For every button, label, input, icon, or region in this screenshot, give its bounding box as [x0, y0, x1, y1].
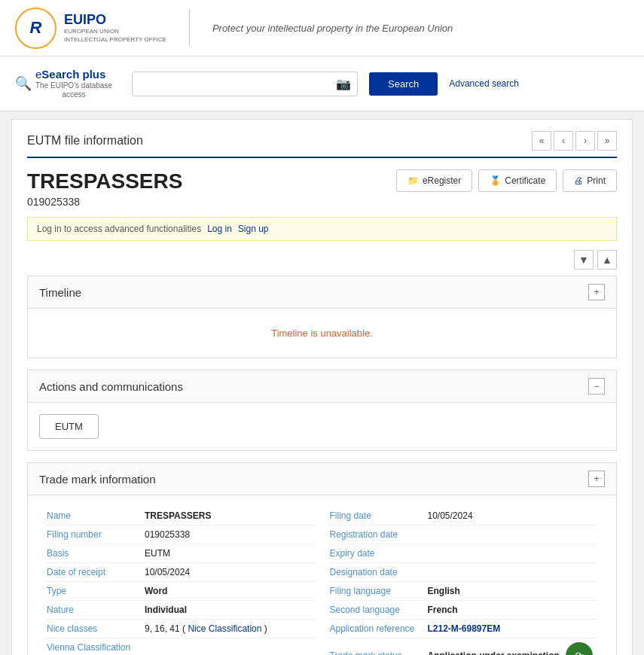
nav-prev-button[interactable]: ‹ [554, 131, 573, 151]
tm-value-type: Word [145, 586, 167, 596]
tm-value-app-reference: L212-M-69897EM [428, 623, 501, 634]
tm-value-filing-number: 019025338 [145, 529, 190, 540]
search-button[interactable]: Search [369, 72, 438, 96]
status-icon: ⟳ [566, 642, 593, 655]
header-tagline: Protect your intellectual property in th… [212, 23, 453, 34]
tm-row-registration-date: Registration date [330, 526, 598, 544]
search-input[interactable] [133, 72, 330, 96]
trademark-identity: TRESPASSERS 019025338 [27, 169, 182, 208]
nav-next-button[interactable]: › [575, 131, 595, 151]
tm-row-status: Trade mark status Application under exam… [330, 638, 598, 655]
advanced-search-link[interactable]: Advanced search [449, 78, 519, 89]
tm-row-designation-date: Designation date [330, 563, 598, 582]
tm-value-filing-language: English [428, 586, 460, 596]
tm-label-date-receipt: Date of receipt [47, 567, 145, 577]
tm-row-second-language: Second language French [330, 601, 598, 620]
login-notice-text: Log in to access advanced functionalitie… [37, 224, 201, 234]
timeline-title: Timeline [39, 286, 81, 299]
expand-all-button[interactable]: ▲ [597, 250, 617, 270]
search-bar-area: 🔍 eSearch plus The EUIPO's database acce… [0, 56, 644, 111]
tm-label-filing-date: Filing date [330, 510, 428, 521]
section-controls: ▼ ▲ [27, 250, 617, 270]
print-button[interactable]: 🖨 Print [563, 169, 617, 192]
tm-label-status: Trade mark status [330, 650, 428, 655]
logo-euipo-text: EUIPO [64, 12, 166, 29]
esearch-logo: 🔍 eSearch plus The EUIPO's database acce… [15, 68, 121, 99]
login-link[interactable]: Log in [207, 224, 232, 234]
euipo-logo-circle: R [15, 8, 56, 49]
tm-label-basis: Basis [47, 548, 145, 559]
trademark-info-toggle-button[interactable]: + [588, 471, 605, 487]
eutm-tab-button[interactable]: EUTM [39, 414, 99, 439]
tm-value-filing-date: 10/05/2024 [428, 510, 473, 521]
trademark-section: TRESPASSERS 019025338 📁 eRegister 🏅 Cert… [27, 169, 617, 208]
trademark-info-title: Trade mark information [39, 473, 156, 486]
camera-icon-button[interactable]: 📷 [330, 72, 357, 96]
trademark-info-section: Trade mark information + Name TRESPASSER… [27, 462, 617, 655]
trademark-info-section-header: Trade mark information + [28, 463, 616, 495]
logo-r-letter: R [30, 18, 42, 38]
nice-classification-link[interactable]: Nice Classification [188, 623, 261, 634]
header-divider [189, 9, 190, 47]
tm-label-type: Type [47, 586, 145, 596]
tm-row-filing-language: Filing language English [330, 582, 598, 601]
timeline-section-header: Timeline + [28, 276, 616, 309]
top-header: R EUIPO EUROPEAN UNIONINTELLECTUAL PROPE… [0, 0, 644, 56]
navigation-arrows: « ‹ › » [532, 131, 617, 151]
tm-label-second-language: Second language [330, 605, 428, 615]
eregister-icon: 📁 [407, 175, 419, 186]
tm-row-nature: Nature Individual [47, 601, 315, 620]
actions-section: Actions and communications − EUTM [27, 370, 617, 451]
tm-row-app-reference: Application reference L212-M-69897EM [330, 620, 598, 638]
tm-left-column: Name TRESPASSERS Filing number 019025338… [39, 507, 322, 655]
tm-value-date-receipt: 10/05/2024 [145, 567, 190, 577]
tm-value-nice-classes: 9, 16, 41 ( Nice Classification ) [145, 623, 267, 634]
tm-label-filing-number: Filing number [47, 529, 145, 540]
esearch-sub1: The EUIPO's database [35, 81, 112, 90]
tm-label-registration-date: Registration date [330, 529, 428, 540]
certificate-button[interactable]: 🏅 Certificate [478, 169, 557, 192]
tm-value-status: Application under examination [428, 650, 560, 655]
collapse-all-button[interactable]: ▼ [574, 250, 594, 270]
tm-label-name: Name [47, 510, 145, 521]
signup-link[interactable]: Sign up [238, 224, 269, 234]
eregister-button[interactable]: 📁 eRegister [396, 169, 472, 192]
tm-value-second-language: French [428, 605, 458, 615]
esearch-text-block: eSearch plus The EUIPO's database access [35, 68, 112, 99]
tm-label-nature: Nature [47, 605, 145, 615]
logo-text-block: EUIPO EUROPEAN UNIONINTELLECTUAL PROPERT… [64, 12, 166, 44]
tm-right-column: Filing date 10/05/2024 Registration date… [322, 507, 606, 655]
tm-row-filing-date: Filing date 10/05/2024 [330, 507, 598, 526]
tm-row-nice-classes: Nice classes 9, 16, 41 ( Nice Classifica… [47, 620, 315, 638]
esearch-brand-name: eSearch plus [35, 68, 112, 81]
nav-last-button[interactable]: » [597, 131, 617, 151]
tm-value-basis: EUTM [145, 548, 170, 559]
trademark-info-body: Name TRESPASSERS Filing number 019025338… [28, 495, 616, 655]
tm-row-name: Name TRESPASSERS [47, 507, 315, 526]
actions-title: Actions and communications [39, 380, 183, 393]
tm-value-name: TRESPASSERS [145, 510, 211, 521]
search-magnifier-icon: 🔍 [15, 75, 32, 92]
tm-row-filing-number: Filing number 019025338 [47, 526, 315, 544]
trademark-info-grid: Name TRESPASSERS Filing number 019025338… [39, 507, 605, 655]
svg-text:⟳: ⟳ [575, 650, 584, 655]
certificate-icon: 🏅 [490, 175, 501, 186]
login-notice-bar: Log in to access advanced functionalitie… [27, 217, 617, 241]
nav-first-button[interactable]: « [532, 131, 551, 151]
tm-label-app-reference: Application reference [330, 623, 428, 634]
logo-subtitle-text: EUROPEAN UNIONINTELLECTUAL PROPERTY OFFI… [64, 28, 166, 44]
tm-value-nature: Individual [145, 605, 187, 615]
esearch-sub2: access [35, 90, 112, 99]
tm-label-designation-date: Designation date [330, 567, 428, 577]
file-info-title: EUTM file information [27, 134, 143, 148]
tm-row-type: Type Word [47, 582, 315, 601]
trademark-name: TRESPASSERS [27, 169, 182, 193]
tm-label-expiry-date: Expiry date [330, 548, 428, 559]
print-icon: 🖨 [574, 175, 583, 186]
eregister-label: eRegister [423, 175, 461, 186]
timeline-section: Timeline + Timeline is unavailable. [27, 276, 617, 358]
timeline-toggle-button[interactable]: + [588, 284, 605, 300]
file-info-header: EUTM file information « ‹ › » [27, 131, 617, 158]
actions-toggle-button[interactable]: − [588, 378, 605, 395]
tm-row-vienna: Vienna Classification [47, 638, 315, 655]
